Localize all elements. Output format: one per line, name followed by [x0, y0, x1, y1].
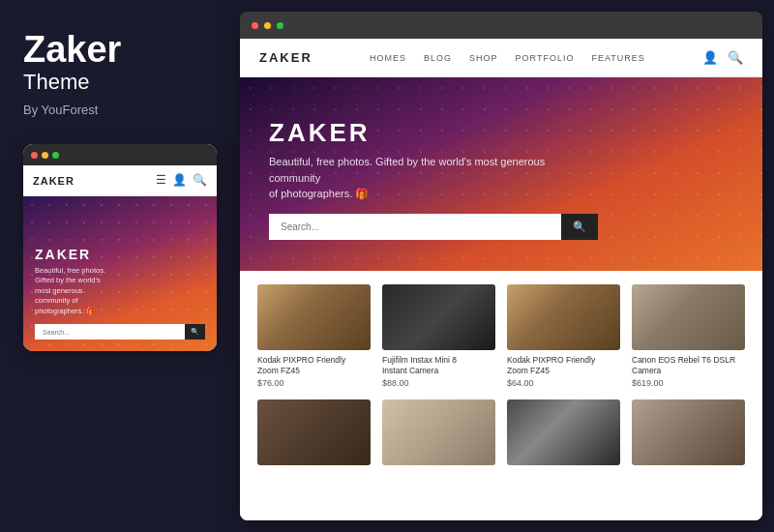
mobile-search-bar: 🔍: [35, 324, 205, 340]
nav-link-portfolio[interactable]: PORTFOLIO: [516, 53, 575, 63]
browser-content: ZAKER HOMES BLOG SHOP PORTFOLIO FEATURES…: [240, 39, 762, 520]
browser-dot-yellow: [264, 22, 271, 29]
product-card-1[interactable]: Kodak PIXPRO FriendlyZoom FZ45 $76.00: [257, 284, 371, 388]
product-price-4: $619.00: [632, 378, 745, 388]
product-price-2: $88.00: [382, 378, 495, 388]
product-card-5[interactable]: [257, 399, 371, 465]
nav-link-features[interactable]: FEATURES: [591, 53, 644, 63]
product-image-7: [507, 399, 620, 465]
window-dot-green: [52, 152, 59, 159]
product-grid: Kodak PIXPRO FriendlyZoom FZ45 $76.00 Fu…: [257, 284, 745, 465]
nav-link-shop[interactable]: SHOP: [469, 53, 498, 63]
nav-link-blog[interactable]: BLOG: [424, 53, 452, 63]
desktop-hero: ZAKER Beautiful, free photos. Gifted by …: [240, 77, 762, 271]
mobile-preview-card: ZAKER ☰ 👤 🔍 ZAKER Beautiful, free photos…: [23, 144, 217, 351]
author-label: By YouForest: [23, 103, 98, 117]
product-image-4: [632, 284, 745, 350]
product-card-8[interactable]: [632, 399, 745, 465]
product-card-7[interactable]: [507, 399, 620, 465]
product-image-8: [632, 399, 745, 465]
product-card-3[interactable]: Kodak PIXPRO FriendlyZoom FZ45 $64.00: [507, 284, 620, 388]
desktop-search-input[interactable]: [269, 214, 561, 240]
product-price-3: $64.00: [507, 378, 620, 388]
product-section: Kodak PIXPRO FriendlyZoom FZ45 $76.00 Fu…: [240, 271, 762, 520]
desktop-nav: ZAKER HOMES BLOG SHOP PORTFOLIO FEATURES…: [240, 39, 762, 77]
product-name-2: Fujifilm Instax Mini 8Instant Camera: [382, 355, 495, 376]
product-image-3: [507, 284, 620, 350]
desktop-nav-icons: 👤 🔍: [702, 50, 743, 66]
desktop-hero-text: Beautiful, free photos. Gifted by the wo…: [269, 154, 579, 202]
user-icon[interactable]: 👤: [172, 173, 187, 188]
mobile-hero-text: Beautiful, free photos.Gifted by the wor…: [35, 266, 205, 317]
desktop-search-button[interactable]: 🔍: [561, 214, 598, 240]
nav-link-homes[interactable]: HOMES: [370, 53, 406, 63]
browser-bar: [240, 12, 762, 39]
product-name-1: Kodak PIXPRO FriendlyZoom FZ45: [257, 355, 371, 376]
desktop-nav-brand: ZAKER: [259, 50, 313, 65]
desktop-hero-title: ZAKER: [269, 118, 733, 148]
hamburger-icon[interactable]: ☰: [156, 173, 166, 188]
theme-label: Theme: [23, 70, 89, 95]
product-name-3: Kodak PIXPRO FriendlyZoom FZ45: [507, 355, 620, 376]
product-image-2: [382, 284, 495, 350]
window-dot-red: [31, 152, 38, 159]
desktop-user-icon[interactable]: 👤: [702, 50, 718, 66]
product-card-6[interactable]: [382, 399, 495, 465]
browser-dot-green: [277, 22, 283, 29]
product-card-2[interactable]: Fujifilm Instax Mini 8Instant Camera $88…: [382, 284, 495, 388]
product-price-1: $76.00: [257, 378, 371, 388]
product-image-1: [257, 284, 371, 350]
product-card-4[interactable]: Canon EOS Rebel T6 DSLRCamera $619.00: [632, 284, 745, 388]
mobile-nav-brand: ZAKER: [33, 175, 74, 187]
product-image-5: [257, 399, 371, 465]
mobile-window-bar: [23, 144, 217, 165]
product-image-6: [382, 399, 495, 465]
mobile-hero: ZAKER Beautiful, free photos.Gifted by t…: [23, 196, 217, 351]
browser-dot-red: [252, 22, 258, 29]
mobile-nav: ZAKER ☰ 👤 🔍: [23, 165, 217, 196]
window-dot-yellow: [42, 152, 48, 159]
search-icon[interactable]: 🔍: [193, 173, 207, 188]
product-name-4: Canon EOS Rebel T6 DSLRCamera: [632, 355, 745, 376]
desktop-nav-links: HOMES BLOG SHOP PORTFOLIO FEATURES: [370, 53, 645, 63]
left-panel: Zaker Theme By YouForest ZAKER ☰ 👤 🔍 ZAK…: [0, 0, 240, 532]
mobile-nav-icons: ☰ 👤 🔍: [156, 173, 207, 188]
desktop-search-icon[interactable]: 🔍: [728, 50, 743, 66]
desktop-preview-panel: ZAKER HOMES BLOG SHOP PORTFOLIO FEATURES…: [240, 12, 762, 520]
mobile-search-input[interactable]: [35, 324, 185, 340]
brand-title: Zaker: [23, 31, 121, 68]
mobile-search-button[interactable]: 🔍: [185, 324, 205, 340]
desktop-search-bar: 🔍: [269, 214, 598, 240]
mobile-hero-title: ZAKER: [35, 247, 205, 262]
